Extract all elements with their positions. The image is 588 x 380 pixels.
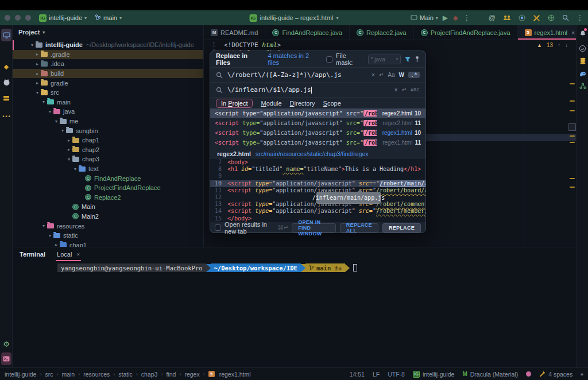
tree-chevron-icon[interactable]: ▾ [40, 223, 47, 228]
code-with-me-icon[interactable] [503, 15, 511, 21]
tab-Replace2.java[interactable]: CReplace2.java [350, 25, 414, 40]
result-row[interactable]: <script type="application/javascript" sr… [210, 128, 425, 138]
breadcrumb-item-chap3[interactable]: chap3 [141, 371, 158, 378]
match-case-toggle[interactable]: Aa [388, 72, 394, 78]
newline-icon[interactable]: ↵ [402, 87, 407, 93]
replace-button[interactable]: REPLACE [382, 223, 421, 232]
tree-chevron-icon[interactable]: ▾ [65, 157, 72, 162]
breadcrumb-item-resources[interactable]: resources [83, 371, 110, 378]
result-row[interactable]: <script type="application/javascript" sr… [210, 108, 425, 118]
github-icon[interactable] [0, 76, 13, 88]
tab-README.md[interactable]: MREADME.md [204, 25, 265, 40]
plugin-icon[interactable] [548, 14, 555, 21]
tree-item-gradle[interactable]: ▸gradle [13, 78, 204, 88]
more-toolwindows-icon[interactable]: … [0, 108, 13, 121]
tree-chevron-icon[interactable]: ▾ [40, 99, 47, 104]
clear-replace-icon[interactable]: × [394, 87, 398, 93]
replace-field[interactable]: \/inflearn\/$1\/app.js × ↵ ABC [210, 82, 425, 97]
tree-item-chap2[interactable]: ▸chap2 [13, 145, 204, 155]
error-stripe[interactable] [568, 40, 576, 247]
commit-toolwindow-button[interactable] [0, 61, 13, 73]
tree-chevron-icon[interactable]: ▸ [34, 71, 41, 76]
tree-chevron-icon[interactable]: ▸ [53, 242, 60, 247]
regex-toggle[interactable]: .* [408, 72, 420, 78]
search-field[interactable]: \/robert\/([A-Za-z]*)\/app\.js × ↵ Aa W … [210, 67, 425, 82]
tree-item-src[interactable]: ▾src [13, 88, 204, 98]
stripe-viewport-box[interactable] [568, 123, 576, 131]
tab-FindAndReplace.java[interactable]: CFindAndReplace.java [265, 25, 350, 40]
tree-item-me[interactable]: ▾me [13, 117, 204, 126]
tree-chevron-icon[interactable]: ▸ [34, 52, 41, 57]
readonly-lock-icon[interactable]: 🔒︎ [581, 371, 583, 377]
tree-item-build[interactable]: ▸build [13, 69, 204, 79]
cursor-position-widget[interactable]: 14:51 [350, 371, 365, 378]
tree-chevron-icon[interactable]: ▸ [65, 147, 72, 152]
open-results-new-tab-checkbox[interactable] [215, 224, 221, 231]
breadcrumb-item-src[interactable]: src [45, 371, 53, 378]
breadcrumb-item-find[interactable]: find [166, 371, 176, 378]
tree-chevron-icon[interactable]: ▾ [47, 233, 53, 238]
tree-chevron-icon[interactable]: ▸ [34, 80, 41, 86]
tree-item-main[interactable]: ▾main [13, 98, 204, 107]
matches-summary-link[interactable]: 4 matches in 2 files [268, 52, 322, 66]
settings-gear-icon[interactable]: ⚙ [0, 338, 13, 350]
pin-icon[interactable] [415, 56, 420, 63]
line-ending-widget[interactable]: LF [373, 371, 380, 378]
window-close-button[interactable] [5, 15, 10, 21]
window-minimize-button[interactable] [15, 15, 21, 21]
preserve-case-toggle[interactable]: ABC [411, 88, 420, 92]
warning-triangle-icon[interactable]: ▲ [537, 42, 542, 48]
tree-item-resources[interactable]: ▾resources [13, 221, 204, 231]
run-more-button[interactable]: ⋮ [463, 14, 470, 22]
tree-item-Main2[interactable]: CMain2 [13, 212, 204, 222]
tree-item-Replace2[interactable]: CReplace2 [13, 193, 204, 203]
record-icon[interactable] [519, 14, 525, 21]
result-row[interactable]: <script type="application/javascript" sr… [210, 118, 425, 128]
debug-button[interactable] [452, 15, 459, 21]
more-actions-icon[interactable]: ⋮ [577, 14, 583, 22]
window-zoom-button[interactable] [25, 15, 31, 21]
breadcrumb-item-static[interactable]: static [118, 371, 133, 378]
preview-editor[interactable]: 7<body>8<h1 id="titleId" name="titleName… [210, 159, 425, 222]
indent-widget[interactable]: 4 spaces [539, 371, 572, 378]
gradle-toolwindow-icon[interactable] [577, 68, 588, 79]
prev-warning-icon[interactable]: ↑ [558, 42, 560, 48]
tree-item-chap1[interactable]: ▸chap1 [13, 135, 204, 145]
grazie-ai-icon[interactable] [577, 42, 588, 54]
breadcrumb-item-main[interactable]: main [61, 371, 75, 378]
tree-item-FindAndReplace[interactable]: CFindAndReplace [13, 173, 204, 183]
newline-icon[interactable]: ↵ [379, 72, 384, 78]
open-in-find-window-button[interactable]: OPEN IN FIND WINDOW [292, 223, 336, 232]
project-panel-header[interactable]: Project ▾ [13, 25, 203, 39]
project-widget[interactable]: IG intellij-guide [413, 371, 454, 378]
tree-item-ProjectFindAndReplace[interactable]: CProjectFindAndReplace [13, 183, 204, 193]
breadcrumb-item-intellij-guide[interactable]: intellij-guide [5, 371, 36, 378]
tree-chevron-icon[interactable]: ▾ [72, 166, 79, 172]
tree-chevron-icon[interactable]: ▾ [53, 119, 60, 124]
project-selector[interactable]: IG intellij-guide ▾ [39, 14, 87, 22]
database-toolwindow-icon[interactable] [577, 55, 588, 67]
tree-chevron-icon[interactable]: ▾ [29, 42, 36, 48]
scope-tab-module[interactable]: Module [261, 100, 281, 107]
encoding-widget[interactable]: UTF-8 [388, 371, 405, 378]
next-warning-icon[interactable]: ↓ [565, 42, 568, 48]
tab-regex1.html[interactable]: 5regex1.html× [518, 25, 583, 40]
close-terminal-tab-icon[interactable]: × [76, 251, 80, 258]
tree-item-.gradle[interactable]: ▸.gradle [13, 50, 204, 60]
clear-search-icon[interactable]: × [372, 72, 375, 78]
highlighting-level-icon[interactable] [526, 371, 531, 377]
search-everywhere-icon[interactable] [562, 14, 569, 21]
tree-item-static[interactable]: ▾static [13, 231, 204, 241]
tree-item-Main[interactable]: CMain [13, 202, 204, 212]
breadcrumb-item-regex1.html[interactable]: 5regex1.html [208, 371, 251, 378]
file-mask-dropdown[interactable]: *.java ▾ [368, 55, 401, 64]
whole-words-toggle[interactable]: W [399, 72, 404, 78]
project-toolwindow-button[interactable] [1, 29, 11, 41]
run-configuration-selector[interactable]: Main ▾ [411, 14, 438, 21]
dependencies-toolwindow-icon[interactable] [577, 80, 588, 92]
scope-tab-directory[interactable]: Directory [290, 100, 315, 107]
scope-tab-in-project[interactable]: In Project [216, 99, 253, 108]
close-tab-icon[interactable]: × [571, 29, 575, 36]
tree-chevron-icon[interactable]: ▾ [34, 90, 41, 95]
tree-item-sungbin[interactable]: ▾sungbin [13, 126, 204, 135]
